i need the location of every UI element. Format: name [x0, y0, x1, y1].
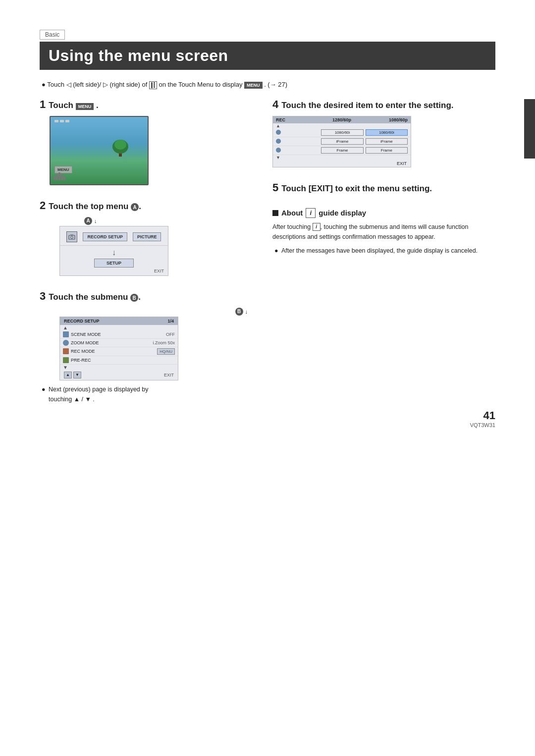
step-3-screen: RECORD SETUP 1/4 ▲ SCENE MODE OFF ZOO	[59, 317, 178, 380]
step-3-nav-arrows[interactable]: ▲ ▼	[64, 372, 81, 378]
step-4-block: 4 Touch the desired item to enter the se…	[272, 98, 495, 167]
step-4-row-3: Frame Frame	[273, 146, 411, 155]
step-3-row-2: ZOOM MODE i.Zoom 50x	[60, 339, 178, 347]
i-guide-icon: i	[306, 208, 316, 218]
step-2-record-setup-btn[interactable]: RECORD SETUP	[83, 232, 127, 241]
step-4-num: 4	[272, 98, 278, 111]
step-2-camera-icon	[66, 231, 77, 242]
step-3-row-4: PRE-REC	[60, 356, 178, 365]
step-2-picture-btn[interactable]: PICTURE	[133, 232, 161, 241]
step-3-row-1: SCENE MODE OFF	[60, 330, 178, 339]
step-3-header: RECORD SETUP	[64, 319, 100, 324]
step-2-arrow: ↓	[94, 218, 97, 224]
about-body: After touching i, touching the submenus …	[272, 222, 495, 242]
svg-rect-5	[70, 234, 73, 236]
square-bullet-icon	[272, 210, 278, 216]
step-1-text: Touch MENU .	[49, 101, 98, 110]
about-section: About i guide display After touching i, …	[272, 208, 495, 256]
page-number-block: 41 VQT3W31	[470, 409, 495, 428]
right-tab-decoration	[524, 99, 535, 159]
step-2-exit[interactable]: EXIT	[60, 269, 168, 273]
step-4-text: Touch the desired item to enter the sett…	[281, 101, 453, 110]
step-5-block: 5 Touch [EXIT] to exit the menu setting.	[272, 181, 495, 194]
about-heading: About i guide display	[272, 208, 495, 218]
step-5-num: 5	[272, 181, 278, 194]
step-2-block: 2 Touch the top menu A. A ↓	[40, 199, 253, 276]
step-2-setup-btn[interactable]: SETUP	[94, 259, 134, 268]
page-number: 41	[470, 409, 495, 422]
step-2-num: 2	[40, 199, 46, 212]
svg-point-4	[71, 236, 73, 238]
step-3-row-3: REC MODE HQ/NU	[60, 347, 178, 356]
title-bar: Using the menu screen	[40, 42, 495, 70]
step-3-bullet: Next (previous) page is displayed bytouc…	[42, 384, 253, 404]
step-4-exit[interactable]: EXIT	[273, 160, 411, 167]
step-4-screen: REC 1280/60p 1080/60p ▲ 1080/60i 1080/60…	[272, 116, 411, 167]
section-label: Basic	[40, 30, 65, 40]
step-3-page-indicator: 1/4	[167, 319, 174, 324]
step-4-row-1: 1080/60i 1080/60i	[273, 128, 411, 137]
i-small-icon: i	[313, 223, 321, 231]
step-1-block: 1 Touch MENU . MENU	[40, 98, 253, 185]
step-4-row-2: iFrame iFrame	[273, 137, 411, 146]
page-code: VQT3W31	[470, 422, 495, 428]
step-3-circle-b: B	[235, 308, 243, 316]
step-2-text: Touch the top menu A.	[49, 202, 141, 212]
step-3-num: 3	[40, 290, 46, 303]
step-2-screen: RECORD SETUP PICTURE ↓ SETUP EXIT	[59, 226, 168, 276]
step-3-block: 3 Touch the submenu B. B ↓ RECORD SETUP …	[40, 290, 253, 404]
step-2-circle-a: A	[84, 217, 92, 225]
svg-point-2	[114, 140, 126, 150]
step-5-text: Touch [EXIT] to exit the menu setting.	[281, 184, 432, 194]
about-bullet: After the messages have been displayed, …	[274, 246, 495, 256]
step-1-num: 1	[40, 98, 46, 111]
page-title: Using the menu screen	[49, 47, 228, 65]
step-3-text: Touch the submenu B.	[49, 292, 141, 302]
step-1-screen: MENU	[50, 116, 149, 185]
step-3-exit[interactable]: EXIT	[164, 373, 174, 378]
intro-bullet: Touch ◁ (left side)/ ▷ (right side) of o…	[42, 81, 495, 89]
